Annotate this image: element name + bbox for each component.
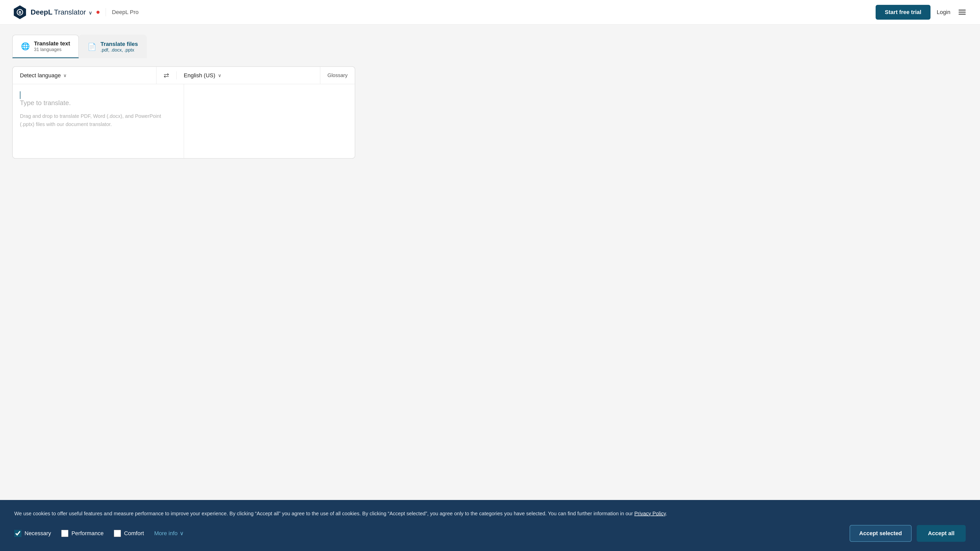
- privacy-policy-link[interactable]: Privacy Policy: [634, 511, 666, 516]
- swap-icon: ⇄: [164, 71, 169, 79]
- necessary-label: Necessary: [24, 530, 51, 537]
- deepl-pro-link[interactable]: DeepL Pro: [112, 9, 138, 16]
- source-language-label: Detect language: [20, 72, 61, 79]
- cookie-banner: We use cookies to offer useful features …: [0, 500, 980, 551]
- tab-text-subtitle: 31 languages: [34, 47, 70, 52]
- target-text-pane: [184, 84, 355, 158]
- start-trial-button[interactable]: Start free trial: [876, 5, 931, 20]
- tab-files-title: Translate files: [100, 41, 138, 48]
- cookie-controls: Necessary Performance Comfort More info …: [14, 525, 966, 542]
- comfort-checkbox[interactable]: [114, 530, 121, 537]
- translator-box: Detect language ∨ ⇄ English (US) ∨ Gloss…: [12, 66, 355, 159]
- header-right: Start free trial Login: [876, 5, 968, 20]
- necessary-checkbox[interactable]: [14, 530, 21, 537]
- tab-translate-text[interactable]: 🌐 Translate text 31 languages: [12, 35, 79, 58]
- translator-header: Detect language ∨ ⇄ English (US) ∨ Gloss…: [13, 67, 355, 84]
- hamburger-line-1: [959, 10, 966, 11]
- glossary-label: Glossary: [328, 73, 348, 78]
- text-cursor: [20, 91, 21, 99]
- tab-text-title: Translate text: [34, 40, 70, 47]
- main-content: 🌐 Translate text 31 languages 📄 Translat…: [0, 24, 368, 169]
- more-info-button[interactable]: More info ∨: [154, 530, 184, 537]
- logo-link[interactable]: DeepL Translator ∨: [12, 5, 100, 20]
- placeholder-main-text: Type to translate.: [20, 99, 177, 107]
- performance-checkbox-item[interactable]: Performance: [61, 530, 103, 537]
- more-info-chevron-icon: ∨: [180, 530, 184, 537]
- more-info-label: More info: [154, 530, 178, 537]
- swap-languages-button[interactable]: ⇄: [156, 71, 177, 79]
- deepl-logo-icon: [12, 5, 27, 20]
- globe-icon: 🌐: [21, 42, 30, 51]
- logo-translator-word: Translator: [54, 8, 86, 16]
- source-text-pane[interactable]: Type to translate. Drag and drop to tran…: [13, 84, 184, 158]
- hamburger-line-2: [959, 12, 966, 13]
- document-icon: 📄: [88, 43, 97, 51]
- placeholder-sub-text: Drag and drop to translate PDF, Word (.d…: [20, 113, 161, 127]
- hamburger-menu-button[interactable]: [956, 8, 968, 17]
- comfort-label: Comfort: [124, 530, 144, 537]
- performance-checkbox[interactable]: [61, 530, 68, 537]
- source-lang-chevron-icon: ∨: [63, 73, 67, 78]
- tab-text-content: Translate text 31 languages: [34, 40, 70, 52]
- glossary-button[interactable]: Glossary: [320, 67, 355, 84]
- tab-translate-files[interactable]: 📄 Translate files .pdf, .docx, .pptx: [79, 35, 147, 58]
- comfort-checkbox-item[interactable]: Comfort: [114, 530, 144, 537]
- notification-dot-icon: [97, 11, 100, 14]
- target-language-label: English (US): [184, 72, 215, 79]
- accept-all-button[interactable]: Accept all: [917, 525, 966, 542]
- tabs-container: 🌐 Translate text 31 languages 📄 Translat…: [12, 35, 355, 58]
- performance-label: Performance: [72, 530, 103, 537]
- target-lang-chevron-icon: ∨: [218, 73, 221, 78]
- tab-files-subtitle: .pdf, .docx, .pptx: [100, 48, 138, 53]
- accept-selected-button[interactable]: Accept selected: [850, 525, 912, 542]
- tab-files-content: Translate files .pdf, .docx, .pptx: [100, 41, 138, 53]
- logo-deepl-word: DeepL: [30, 8, 52, 16]
- logo-chevron-icon: ∨: [89, 10, 92, 16]
- cookie-message: We use cookies to offer useful features …: [14, 509, 966, 518]
- header: DeepL Translator ∨ DeepL Pro Start free …: [0, 0, 980, 24]
- necessary-checkbox-item[interactable]: Necessary: [14, 530, 51, 537]
- cookie-action-buttons: Accept selected Accept all: [850, 525, 966, 542]
- cookie-checkboxes: Necessary Performance Comfort More info …: [14, 530, 850, 537]
- logo-text: DeepL Translator ∨: [30, 8, 92, 16]
- translator-body: Type to translate. Drag and drop to tran…: [13, 84, 355, 158]
- source-language-selector[interactable]: Detect language ∨: [13, 67, 156, 84]
- target-language-selector[interactable]: English (US) ∨: [177, 67, 320, 84]
- hamburger-line-3: [959, 14, 966, 14]
- login-button[interactable]: Login: [937, 9, 950, 16]
